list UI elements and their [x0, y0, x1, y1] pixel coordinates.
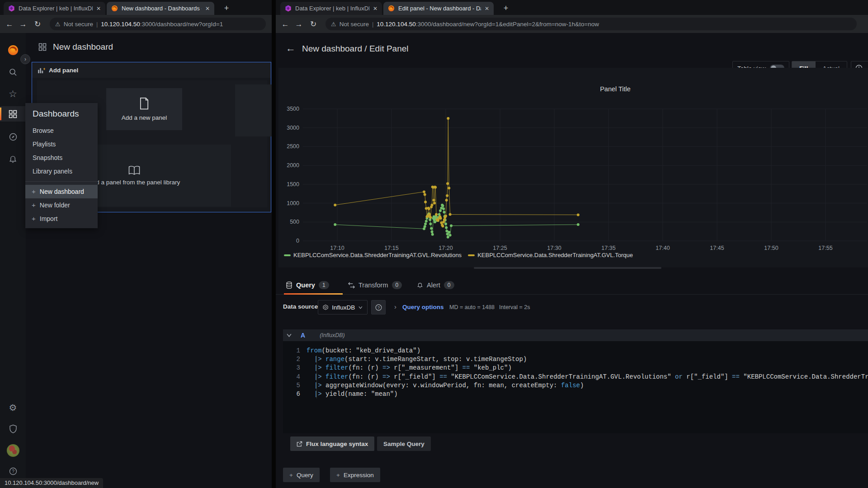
add-panel-header[interactable]: + Add panel: [32, 62, 271, 78]
back-button[interactable]: ←: [4, 19, 15, 30]
datasource-value: InfluxDB: [332, 304, 355, 311]
legend-series-name: KEBPLCComService.Data.ShredderTrainingAT…: [477, 252, 633, 258]
settings-gear-icon[interactable]: ⚙: [0, 402, 26, 413]
query-options-link[interactable]: Query options: [402, 304, 444, 310]
admin-shield-icon[interactable]: [0, 423, 26, 435]
breadcrumb: New dashboard / Edit Panel: [302, 44, 409, 54]
new-tab-button[interactable]: +: [501, 4, 511, 14]
tab-close-icon[interactable]: ✕: [205, 5, 210, 12]
influxdb-favicon: [285, 5, 292, 12]
forward-button[interactable]: →: [293, 19, 305, 30]
user-avatar[interactable]: [0, 444, 26, 457]
tab-title: New dashboard - Dashboards -: [122, 5, 202, 12]
code-line[interactable]: 1from(bucket: "keb_drive_data"): [283, 347, 868, 355]
sample-query-button[interactable]: Sample Query: [377, 436, 431, 451]
svg-text:17:45: 17:45: [710, 245, 724, 251]
reload-button[interactable]: ↻: [307, 19, 319, 30]
add-expression-button[interactable]: + Expression: [330, 468, 380, 482]
plus-icon: +: [32, 212, 36, 225]
back-arrow-icon[interactable]: ←: [286, 42, 296, 54]
tab-close-icon[interactable]: ✕: [485, 5, 489, 12]
address-bar[interactable]: ⚠ Not secure | 10.120.104.50:3000/dashbo…: [326, 18, 857, 30]
reload-button[interactable]: ↻: [32, 19, 43, 30]
menu-item-browse[interactable]: Browse: [25, 124, 98, 137]
legend-item[interactable]: KEBPLCComService.Data.ShredderTrainingAT…: [284, 252, 462, 258]
not-secure-warning-icon[interactable]: ⚠: [331, 21, 336, 28]
code-line[interactable]: 3 |> filter(fn: (r) => r["_measurement"]…: [283, 364, 868, 372]
star-icon[interactable]: ☆: [0, 88, 26, 100]
tab-alert[interactable]: Alert 0: [417, 277, 454, 294]
transform-icon: [348, 282, 355, 289]
explore-compass-icon[interactable]: [0, 131, 26, 143]
grafana-logo[interactable]: [0, 44, 26, 56]
forward-button[interactable]: →: [17, 19, 29, 30]
search-icon[interactable]: [0, 66, 26, 78]
flux-syntax-button[interactable]: Flux language syntax: [290, 436, 374, 451]
collapse-chevron-icon: [287, 333, 292, 337]
url-path: :3000/dashboard/new?orgId=1&editPanel=2&…: [416, 21, 599, 28]
line-number: 5: [283, 381, 307, 390]
menu-action-import[interactable]: + Import: [25, 212, 98, 225]
help-icon[interactable]: ?: [0, 465, 26, 477]
line-number: 1: [283, 347, 307, 355]
code-line[interactable]: 2 |> range(start: v.timeRangeStart, stop…: [283, 355, 868, 364]
code-text: |> yield(name: "mean"): [307, 390, 398, 399]
url-path: :3000/dashboard/new?orgId=1: [140, 21, 223, 28]
datasource-picker[interactable]: InfluxDB: [318, 300, 368, 314]
browser-tab-active[interactable]: New dashboard - Dashboards - ✕: [107, 2, 214, 15]
svg-text:17:15: 17:15: [384, 245, 398, 251]
grafana-new-dashboard-page: ☆: [0, 33, 272, 488]
time-series-chart[interactable]: 050010001500200025003000350017:1017:1517…: [279, 70, 867, 264]
menu-item-snapshots[interactable]: Snapshots: [25, 151, 98, 164]
datasource-help-button[interactable]: ?: [371, 300, 386, 314]
add-new-panel-tile[interactable]: Add a new panel: [106, 88, 182, 130]
browser-tab-active[interactable]: Edit panel - New dashboard - Da ✕: [383, 2, 494, 15]
options-expand-chevron[interactable]: ›: [394, 303, 396, 310]
code-line[interactable]: 5 |> aggregateWindow(every: v.windowPeri…: [283, 381, 868, 390]
code-line[interactable]: 4 |> filter(fn: (r) => r["_field"] == "K…: [283, 373, 868, 381]
svg-text:2000: 2000: [287, 162, 299, 169]
query-row-header[interactable]: A (InfluxDB): [283, 329, 868, 341]
grafana-sidebar: ☆: [0, 33, 26, 488]
line-number: 3: [283, 364, 307, 372]
security-label: Not secure: [64, 21, 93, 28]
tab-close-icon[interactable]: ✕: [373, 5, 377, 12]
sidebar-dashboards-active[interactable]: [0, 106, 26, 122]
chevron-down-icon: [359, 306, 363, 309]
browser-toolbar: ← → ↻ ⚠ Not secure | 10.120.104.50:3000/…: [276, 15, 868, 33]
menu-action-new-dashboard[interactable]: + New dashboard: [25, 185, 98, 198]
tab-close-icon[interactable]: ✕: [96, 5, 101, 12]
tab-badge: 0: [444, 281, 454, 289]
alerting-bell-icon[interactable]: [0, 153, 26, 165]
tab-badge: 1: [319, 281, 329, 289]
not-secure-warning-icon[interactable]: ⚠: [55, 21, 61, 28]
menu-item-playlists[interactable]: Playlists: [25, 137, 98, 151]
code-line[interactable]: 6 |> yield(name: "mean"): [283, 390, 868, 399]
plus-icon: +: [32, 198, 36, 212]
menu-item-library-panels[interactable]: Library panels: [25, 164, 98, 178]
address-separator: |: [372, 21, 373, 28]
tab-badge: 0: [392, 281, 402, 289]
new-tab-button[interactable]: +: [222, 4, 231, 14]
panel-library-label: Add a panel from the panel library: [89, 179, 180, 186]
menu-action-new-folder[interactable]: + New folder: [25, 198, 98, 212]
svg-text:2500: 2500: [287, 143, 299, 150]
sidebar-expand-chevron[interactable]: ›: [20, 54, 30, 64]
editor-tabs: Query 1 Transform 0: [276, 277, 868, 295]
tab-query[interactable]: Query 1: [286, 277, 329, 294]
svg-text:17:55: 17:55: [818, 245, 832, 251]
flux-code-editor[interactable]: 1from(bucket: "keb_drive_data")2 |> rang…: [283, 341, 868, 433]
browser-tab[interactable]: Data Explorer | keb | InfluxDB ✕: [4, 2, 105, 15]
menu-title: Dashboards: [25, 103, 98, 124]
back-button[interactable]: ←: [279, 19, 291, 30]
browser-tab[interactable]: Data Explorer | keb | InfluxDB ✕: [280, 2, 382, 15]
grafana-favicon: [111, 5, 118, 12]
address-bar[interactable]: ⚠ Not secure | 10.120.104.50:3000/dashbo…: [50, 18, 266, 30]
horizontal-scrollbar[interactable]: [474, 267, 661, 269]
add-query-button[interactable]: + Query: [283, 468, 320, 482]
legend-swatch: [284, 254, 291, 256]
legend-item[interactable]: KEBPLCComService.Data.ShredderTrainingAT…: [468, 252, 633, 258]
tab-transform[interactable]: Transform 0: [348, 277, 402, 294]
svg-text:1000: 1000: [287, 200, 299, 206]
svg-text:17:30: 17:30: [547, 245, 561, 251]
